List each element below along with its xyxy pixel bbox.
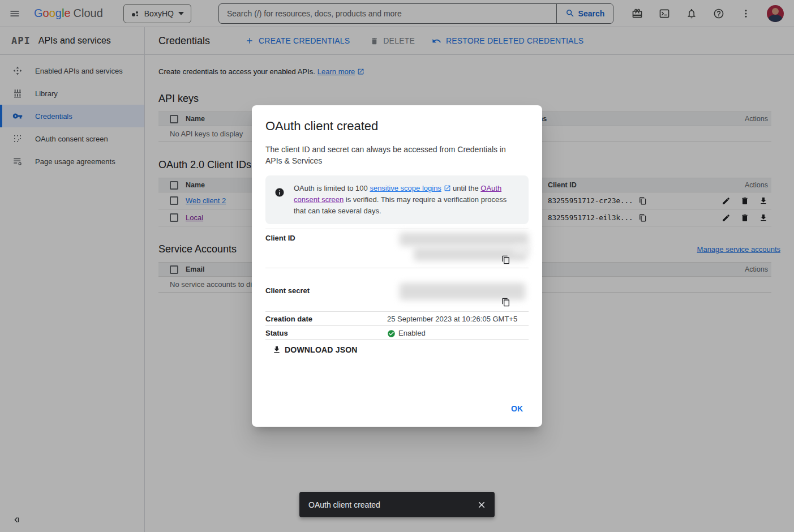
external-link-icon [444, 185, 451, 192]
client-id-redacted-value [400, 233, 529, 246]
ok-button[interactable]: OK [507, 401, 527, 417]
google-cloud-console: Google Cloud BoxyHQ Search [0, 0, 794, 532]
sensitive-scope-logins-link[interactable]: sensitive scope logins [370, 184, 441, 192]
client-id-redacted-value [513, 245, 530, 254]
client-secret-row: Client secret [265, 268, 529, 311]
oauth-client-created-dialog: OAuth client created The client ID and s… [252, 105, 542, 427]
check-circle-icon [387, 329, 396, 338]
status-row: Status Enabled [265, 325, 529, 339]
download-json-button[interactable]: DOWNLOAD JSON [272, 345, 358, 354]
notice-text: OAuth is limited to 100 sensitive scope … [294, 183, 520, 217]
status-label: Status [265, 326, 387, 339]
download-json-row: DOWNLOAD JSON [265, 339, 529, 357]
download-json-label: DOWNLOAD JSON [285, 345, 358, 354]
status-value: Enabled [398, 329, 426, 337]
dialog-fields: Client ID Client secret Creation date 25… [265, 229, 529, 357]
creation-date-label: Creation date [265, 312, 387, 325]
client-id-row: Client ID [265, 229, 529, 268]
creation-date-row: Creation date 25 September 2023 at 10:26… [265, 311, 529, 325]
notice-pre: OAuth is limited to 100 [294, 184, 370, 192]
info-icon [274, 187, 285, 198]
notice-mid: until the [451, 184, 481, 192]
copy-icon[interactable] [501, 255, 510, 264]
snackbar: OAuth client created [299, 492, 495, 517]
client-id-label: Client ID [265, 229, 387, 268]
dialog-title: OAuth client created [265, 119, 529, 134]
verification-notice: OAuth is limited to 100 sensitive scope … [265, 175, 529, 224]
close-icon[interactable] [477, 500, 487, 510]
dialog-body-text: The client ID and secret can always be a… [265, 144, 514, 166]
copy-icon[interactable] [501, 298, 510, 307]
creation-date-value: 25 September 2023 at 10:26:05 GMT+5 [387, 312, 529, 325]
snackbar-message: OAuth client created [308, 500, 380, 509]
client-secret-label: Client secret [265, 268, 387, 311]
download-icon [272, 345, 281, 354]
